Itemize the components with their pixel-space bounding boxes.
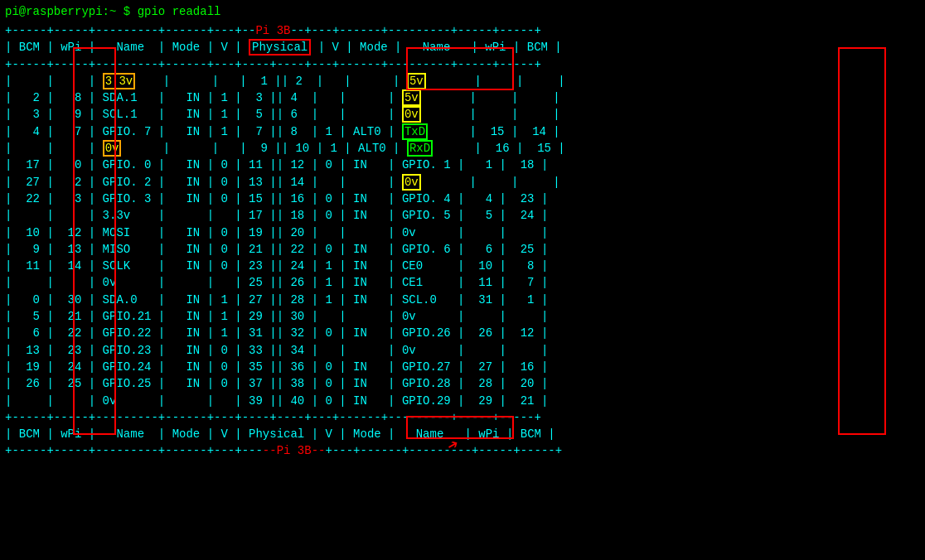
terminal: pi@raspberrypi:~ $ gpio readall +-----+-… bbox=[0, 0, 925, 560]
main-wrapper: +-----+-----+---------+------+---+--Pi 3… bbox=[0, 22, 925, 460]
table-content: +-----+-----+---------+------+---+--Pi 3… bbox=[0, 22, 925, 460]
prompt-line: pi@raspberrypi:~ $ gpio readall bbox=[0, 0, 925, 22]
